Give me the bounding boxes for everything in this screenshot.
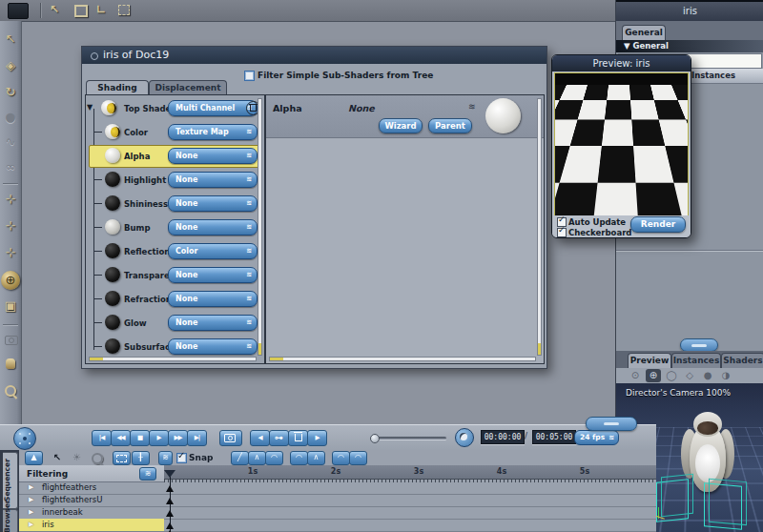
rewind-button[interactable]: ◀◀ xyxy=(111,430,131,446)
vertical-scrollbar[interactable] xyxy=(537,98,542,356)
checkerboard-checkbox[interactable]: ✓ xyxy=(557,228,567,237)
time-slider-track[interactable] xyxy=(372,437,446,440)
sequencer-timeline[interactable]: 1s 2s 3s 4s 5s xyxy=(164,465,656,532)
go-end-button[interactable]: ▶| xyxy=(187,430,207,446)
shader-type-dropdown[interactable]: Multi Channel≋ xyxy=(168,100,258,116)
keyframe-marker[interactable] xyxy=(166,485,174,492)
wizard-button[interactable]: Wizard xyxy=(379,118,423,133)
parent-button[interactable]: Parent xyxy=(428,118,472,133)
tree-row-alpha-selected[interactable]: Alpha None≋ xyxy=(88,145,260,169)
corner-tool-icon[interactable]: ∟ xyxy=(96,4,106,15)
go-start-button[interactable]: |◀ xyxy=(92,430,112,446)
translate-axis-icon[interactable]: ⊹ xyxy=(0,246,21,259)
link-tool-icon[interactable]: ∞ xyxy=(0,160,21,174)
translate-screen-icon[interactable]: ⊹ xyxy=(0,219,21,233)
snap-checkbox[interactable]: ✓ xyxy=(176,453,187,463)
horizontal-scrollbar[interactable] xyxy=(269,357,536,361)
mode-button[interactable] xyxy=(8,3,29,19)
marquee-tool-icon[interactable] xyxy=(118,5,130,15)
shader-type-dropdown[interactable]: None≋ xyxy=(168,267,258,283)
shader-type-dropdown[interactable]: None≋ xyxy=(168,219,258,235)
tween-spike2-button[interactable]: ∧ xyxy=(307,451,325,465)
shader-window-titlebar[interactable]: iris of Doc19 xyxy=(82,47,546,64)
disclosure-icon[interactable]: ▶ xyxy=(29,519,33,531)
tab-shading[interactable]: Shading xyxy=(86,80,149,95)
disclosure-icon[interactable]: ▶ xyxy=(29,506,33,519)
camera-tool-icon[interactable] xyxy=(5,336,18,345)
delete-keyframe-button[interactable] xyxy=(288,430,308,446)
tree-row-top-shader[interactable]: ▼ Top Shader Multi Channel≋ xyxy=(88,97,260,121)
preview-window-titlebar[interactable]: Preview: iris xyxy=(552,55,691,72)
track-row[interactable]: ▶flightfeathers xyxy=(19,481,164,495)
pan-hand-icon[interactable] xyxy=(6,358,15,369)
shader-type-dropdown[interactable]: None≋ xyxy=(168,338,258,355)
tween-bell2-button[interactable]: ◠ xyxy=(349,451,367,465)
bottom-panel-collapse-handle[interactable] xyxy=(586,417,637,431)
tween-bell-button[interactable]: ◠ xyxy=(332,451,350,465)
total-time-field[interactable]: 00:05:00 xyxy=(532,430,576,444)
tree-row-shininess[interactable]: Shininess None≋ xyxy=(88,193,260,216)
select-tool-icon[interactable]: ↖ xyxy=(0,32,21,46)
tree-row-refraction[interactable]: Refraction None≋ xyxy=(88,288,260,312)
keyframe-marker[interactable] xyxy=(166,522,174,529)
keyframe-marker[interactable] xyxy=(166,498,174,504)
options-chevron-button[interactable]: ≋ xyxy=(158,451,173,465)
zoom-icon[interactable] xyxy=(92,453,103,464)
scale-tool-icon[interactable]: ● xyxy=(0,111,21,124)
track-row-selected[interactable]: ▶iris xyxy=(19,519,164,532)
shader-type-dropdown[interactable]: None≋ xyxy=(168,195,258,212)
sun-icon[interactable]: ☀ xyxy=(72,451,81,463)
cursor-tool-icon[interactable]: ↖ xyxy=(53,451,61,463)
render-button[interactable]: Render xyxy=(630,216,686,233)
rectangle-tool-icon[interactable] xyxy=(74,5,88,17)
tween-arc-button[interactable]: ◠ xyxy=(265,451,283,465)
move-tool-icon[interactable]: ◈ xyxy=(0,59,21,72)
selection-arrow-icon[interactable]: ↖ xyxy=(50,4,59,15)
tab-browser[interactable]: Browser xyxy=(3,509,18,532)
shader-type-dropdown[interactable]: Texture Map≋ xyxy=(168,124,258,140)
disclosure-icon[interactable]: ▶ xyxy=(29,494,33,506)
tree-open-icon[interactable]: ▼ xyxy=(87,103,93,112)
zoom-tool-icon[interactable] xyxy=(5,385,16,397)
stop-button[interactable]: ■ xyxy=(130,430,150,446)
flat-shade-icon[interactable]: ● xyxy=(700,369,715,382)
tab-preview[interactable]: Preview xyxy=(628,353,671,368)
windowshade-button[interactable] xyxy=(91,52,98,60)
tab-displacement[interactable]: Displacement xyxy=(149,80,227,95)
timeline-ruler[interactable]: 1s 2s 3s 4s 5s xyxy=(164,465,656,480)
general-section-header[interactable]: ▼ General xyxy=(616,40,763,52)
chevron-down-icon[interactable]: ≋ xyxy=(468,102,476,112)
prev-keyframe-button[interactable]: ◀ xyxy=(250,430,270,446)
box-mode-icon[interactable]: ◇ xyxy=(682,369,697,382)
shader-type-dropdown[interactable]: None≋ xyxy=(168,291,258,307)
translate-xy-icon[interactable]: ⊹ xyxy=(0,193,21,206)
fps-dropdown[interactable]: 24 fps≋ xyxy=(574,430,619,445)
tween-spike-button[interactable]: ∧ xyxy=(248,451,266,465)
tree-row-transparency[interactable]: Transparency None≋ xyxy=(88,264,260,288)
vertical-scrollbar[interactable] xyxy=(258,98,262,356)
tree-row-glow[interactable]: Glow None≋ xyxy=(88,312,260,336)
filter-subshaders-checkbox[interactable] xyxy=(244,71,255,81)
tab-instances[interactable]: Instances xyxy=(671,353,721,368)
tree-row-highlight[interactable]: Highlight None≋ xyxy=(88,169,260,193)
smooth-shade-icon[interactable]: ◑ xyxy=(718,369,733,382)
tab-general[interactable]: General xyxy=(622,25,666,40)
playhead[interactable] xyxy=(164,470,175,478)
keyframe-marker[interactable] xyxy=(166,510,174,517)
tween-arc2-button[interactable]: ◠ xyxy=(290,451,308,465)
render-movie-button[interactable] xyxy=(219,430,242,446)
shader-type-dropdown[interactable]: None≋ xyxy=(168,315,258,331)
wireframe-mode-icon[interactable]: ◯ xyxy=(664,369,679,382)
track-row[interactable]: ▶flightfeathersU xyxy=(19,494,164,507)
tween-linear-button[interactable]: ╱ xyxy=(231,451,249,465)
marquee-select-button[interactable] xyxy=(113,451,131,465)
wireframe-box[interactable] xyxy=(704,482,742,529)
film-reel-icon[interactable] xyxy=(13,427,36,450)
room-view-icon[interactable]: ▣ xyxy=(0,299,21,313)
disclosure-icon[interactable]: ▶ xyxy=(29,481,33,494)
fast-forward-button[interactable]: ▶▶ xyxy=(168,430,188,446)
tree-row-color[interactable]: Color Texture Map≋ xyxy=(88,121,260,145)
add-keyframe-button[interactable]: ⊶ xyxy=(269,430,289,446)
current-time-field[interactable]: 00:00:00 xyxy=(481,430,525,444)
shader-type-dropdown[interactable]: None≋ xyxy=(168,172,258,188)
